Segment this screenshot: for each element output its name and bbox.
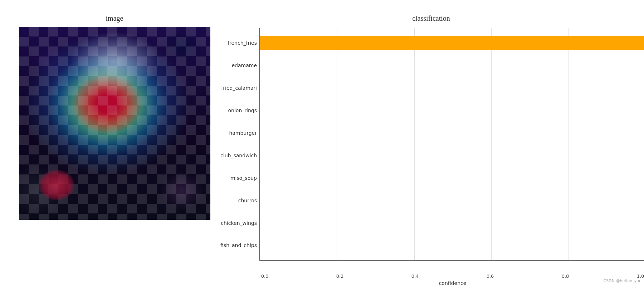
bar-row-onion-rings: onion_rings xyxy=(260,102,644,119)
bar-row-french-fries: french_fries xyxy=(260,34,644,51)
heatmap-red-spot xyxy=(39,170,74,200)
x-tick-02: 0.2 xyxy=(335,273,345,279)
bar-row-club-sandwich: club_sandwich xyxy=(260,147,644,164)
bar-row-miso-soup: miso_soup xyxy=(260,169,644,187)
heatmap-image xyxy=(19,27,210,220)
bar-row-fried-calamari: fried_calamari xyxy=(260,79,644,97)
x-tick-0: 0.0 xyxy=(259,273,270,279)
bar-label-fried-calamari: fried_calamari xyxy=(203,85,257,91)
bar-row-edamame: edamame xyxy=(260,57,644,74)
bar-label-onion-rings: onion_rings xyxy=(203,108,257,113)
right-panel: classification french_fries edama xyxy=(225,14,630,286)
chart-title: classification xyxy=(412,14,450,23)
left-panel: image xyxy=(14,14,215,220)
x-axis-ticks: 0.0 0.2 0.4 0.6 0.8 1.0 xyxy=(259,271,644,279)
bar-row-churros: churros xyxy=(260,192,644,209)
main-container: image classification french_ xyxy=(4,7,640,279)
bar-row-fish-and-chips: fish_and_chips xyxy=(260,237,644,254)
bar-label-miso-soup: miso_soup xyxy=(203,175,257,181)
image-title: image xyxy=(106,14,123,23)
x-tick-04: 0.4 xyxy=(410,273,420,279)
x-axis-label: confidence xyxy=(259,280,644,286)
bar-label-hamburger: hamburger xyxy=(203,130,257,136)
watermark: CSDN @helton_yan xyxy=(604,278,641,283)
bar-french-fries xyxy=(260,36,644,50)
bar-chart: french_fries edamame fried_calamari onio… xyxy=(259,28,644,261)
bar-label-french-fries: french_fries xyxy=(203,40,257,46)
bar-label-club-sandwich: club_sandwich xyxy=(203,153,257,158)
x-tick-08: 0.8 xyxy=(560,273,571,279)
x-tick-10: 1.0 xyxy=(635,273,644,279)
bar-row-hamburger: hamburger xyxy=(260,124,644,142)
bar-label-fish-and-chips: fish_and_chips xyxy=(203,242,257,248)
bar-label-churros: churros xyxy=(203,198,257,203)
bar-row-chicken-wings: chicken_wings xyxy=(260,214,644,232)
chart-rows: french_fries edamame fried_calamari onio… xyxy=(260,28,644,260)
x-tick-06: 0.6 xyxy=(485,273,496,279)
bar-label-chicken-wings: chicken_wings xyxy=(203,220,257,226)
bar-label-edamame: edamame xyxy=(203,63,257,68)
